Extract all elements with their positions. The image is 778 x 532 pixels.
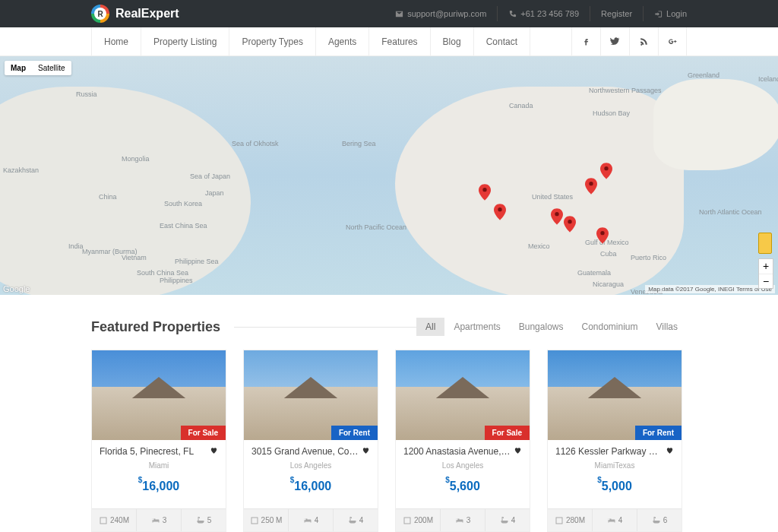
facebook-link[interactable] bbox=[571, 27, 600, 55]
property-card[interactable]: For Rent1126 Kessler Parkway Dallas...Mi… bbox=[547, 350, 682, 532]
property-card[interactable]: For SaleFlorida 5, Pinecrest, FLMiami$16… bbox=[91, 350, 226, 532]
bed-icon bbox=[455, 516, 464, 525]
map-pin[interactable] bbox=[494, 204, 506, 220]
streetview-pegman[interactable] bbox=[758, 233, 772, 254]
map-label: Greenland bbox=[688, 71, 719, 79]
listing-badge: For Rent bbox=[635, 426, 682, 440]
listing-badge: For Sale bbox=[485, 426, 530, 440]
map-view-button[interactable]: Map bbox=[5, 61, 32, 75]
login-icon bbox=[654, 10, 663, 18]
twitter-icon bbox=[610, 36, 620, 46]
nav-property-types[interactable]: Property Types bbox=[229, 27, 315, 55]
map-pin[interactable] bbox=[564, 216, 576, 233]
area-icon bbox=[99, 516, 108, 525]
map-label: Sea of Okhotsk bbox=[232, 140, 279, 147]
googleplus-link[interactable] bbox=[658, 27, 687, 55]
map-pin[interactable] bbox=[551, 208, 563, 225]
favorite-icon[interactable] bbox=[210, 446, 218, 454]
area-stat: 240M bbox=[92, 509, 137, 531]
property-city: MiamiTexas bbox=[555, 461, 674, 470]
bath-icon bbox=[196, 516, 205, 525]
bed-icon bbox=[151, 516, 160, 525]
zoom-in-button[interactable]: + bbox=[759, 259, 773, 274]
map-label: North Atlantic Ocean bbox=[699, 208, 762, 216]
beds-stat: 3 bbox=[441, 509, 485, 531]
area-icon bbox=[403, 516, 412, 525]
property-title: 3015 Grand Avenue, CocoWalk bbox=[251, 446, 359, 457]
nav-contact[interactable]: Contact bbox=[474, 27, 530, 55]
property-card[interactable]: For Sale1200 Anastasia Avenue, Cora...Lo… bbox=[395, 350, 530, 532]
property-price: $16,000 bbox=[251, 479, 370, 493]
property-city: Miami bbox=[100, 461, 218, 470]
map-pin[interactable] bbox=[596, 227, 609, 244]
map-type-toggle: Map Satellite bbox=[5, 61, 71, 75]
brand-name: RealExpert bbox=[115, 7, 179, 21]
map[interactable]: Map Satellite RussiaKazakhstanMongoliaCh… bbox=[0, 56, 778, 295]
zoom-control: + − bbox=[758, 258, 773, 289]
property-title: Florida 5, Pinecrest, FL bbox=[100, 446, 207, 457]
listing-badge: For Sale bbox=[181, 426, 226, 440]
map-label: Iceland bbox=[758, 75, 778, 83]
baths-stat: 4 bbox=[485, 509, 530, 531]
area-stat: 200M bbox=[396, 509, 441, 531]
property-city: Los Angeles bbox=[251, 461, 370, 470]
area-stat: 250 M bbox=[244, 509, 289, 531]
area-icon bbox=[250, 516, 259, 525]
beds-stat: 3 bbox=[137, 509, 182, 531]
area-icon bbox=[555, 516, 564, 525]
map-attribution: Map data ©2017 Google, INEGI Terms of Us… bbox=[645, 285, 775, 293]
bath-icon bbox=[652, 516, 661, 525]
beds-stat: 4 bbox=[289, 509, 334, 531]
nav-property-listing[interactable]: Property Listing bbox=[141, 27, 229, 55]
filter-bungalows[interactable]: Bungalows bbox=[510, 318, 573, 336]
filter-all[interactable]: All bbox=[416, 318, 444, 336]
listing-badge: For Rent bbox=[331, 426, 378, 440]
baths-stat: 6 bbox=[637, 509, 682, 531]
phone-icon bbox=[508, 10, 517, 18]
nav-blog[interactable]: Blog bbox=[431, 27, 474, 55]
property-price: $16,000 bbox=[100, 479, 218, 493]
map-pin[interactable] bbox=[479, 184, 491, 201]
property-title: 1126 Kessler Parkway Dallas... bbox=[555, 446, 663, 457]
nav-features[interactable]: Features bbox=[369, 27, 430, 55]
property-price: $5,000 bbox=[555, 479, 674, 493]
googleplus-icon bbox=[668, 36, 678, 46]
bed-icon bbox=[303, 516, 312, 525]
login-link[interactable]: Login bbox=[644, 6, 687, 21]
facebook-icon bbox=[581, 36, 591, 46]
divider bbox=[234, 327, 416, 328]
map-label: Bering Sea bbox=[342, 140, 376, 147]
favorite-icon[interactable] bbox=[666, 446, 674, 454]
property-city: Los Angeles bbox=[403, 461, 522, 470]
support-email[interactable]: support@puriwp.com bbox=[384, 6, 498, 21]
bath-icon bbox=[500, 516, 509, 525]
baths-stat: 5 bbox=[182, 509, 226, 531]
register-link[interactable]: Register bbox=[590, 6, 644, 21]
rss-link[interactable] bbox=[629, 27, 658, 55]
baths-stat: 4 bbox=[334, 509, 378, 531]
favorite-icon[interactable] bbox=[514, 446, 522, 454]
bed-icon bbox=[607, 516, 616, 525]
area-stat: 280M bbox=[548, 509, 593, 531]
nav-agents[interactable]: Agents bbox=[316, 27, 369, 55]
filter-apartments[interactable]: Apartments bbox=[444, 318, 509, 336]
property-price: $5,600 bbox=[403, 479, 522, 493]
satellite-view-button[interactable]: Satellite bbox=[32, 61, 71, 75]
map-pin[interactable] bbox=[585, 178, 597, 195]
favorite-icon[interactable] bbox=[362, 446, 370, 454]
logo[interactable]: RealExpert bbox=[91, 5, 179, 23]
twitter-link[interactable] bbox=[600, 27, 629, 55]
zoom-out-button[interactable]: − bbox=[759, 274, 773, 289]
map-pin[interactable] bbox=[600, 163, 612, 179]
google-logo: Google bbox=[3, 284, 30, 293]
nav-home[interactable]: Home bbox=[91, 27, 141, 55]
rss-icon bbox=[639, 36, 649, 46]
filter-condominium[interactable]: Condominium bbox=[572, 318, 647, 336]
filter-villas[interactable]: Villas bbox=[647, 318, 687, 336]
envelope-icon bbox=[395, 10, 403, 18]
property-title: 1200 Anastasia Avenue, Cora... bbox=[403, 446, 511, 457]
property-card[interactable]: For Rent3015 Grand Avenue, CocoWalkLos A… bbox=[243, 350, 378, 532]
support-phone[interactable]: +61 23 456 789 bbox=[498, 6, 590, 21]
map-label: North Pacific Ocean bbox=[346, 223, 406, 231]
featured-heading: Featured Properties bbox=[91, 319, 220, 335]
